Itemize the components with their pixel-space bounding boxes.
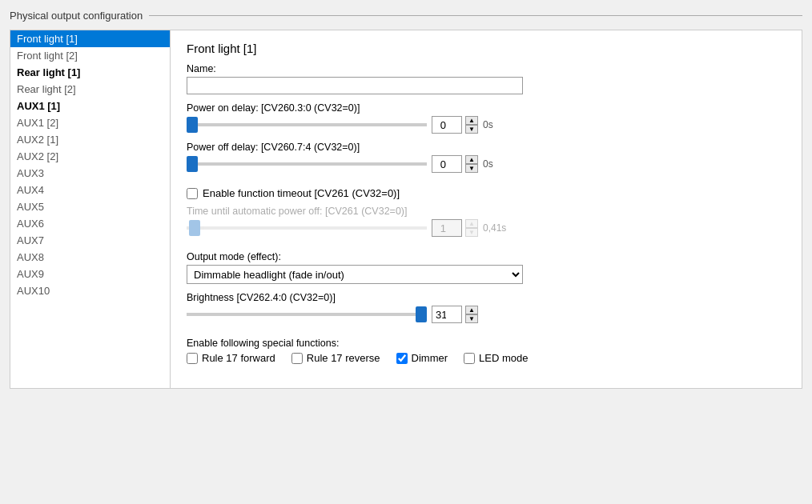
section-title: Physical output configuration: [10, 10, 802, 22]
power-on-spin-up[interactable]: ▲: [465, 116, 478, 125]
brightness-spinner-group: ▲ ▼: [432, 306, 478, 323]
name-label: Name:: [187, 63, 786, 74]
power-on-unit: 0s: [483, 119, 503, 130]
power-off-value[interactable]: [432, 155, 462, 173]
brightness-value[interactable]: [432, 306, 462, 323]
label-rule17-forward: Rule 17 forward: [202, 352, 275, 364]
checkbox-rule17-forward[interactable]: [187, 353, 198, 364]
list-item-front-light-1[interactable]: Front light [1]: [10, 30, 170, 47]
function-timeout-checkbox-row: Enable function timeout [CV261 (CV32=0)]: [187, 187, 786, 199]
list-item-aux3[interactable]: AUX3: [10, 165, 170, 182]
separator-2: [187, 245, 786, 251]
power-on-delay-group: Power on delay: [CV260.3:0 (CV32=0)] ▲ ▼…: [187, 102, 786, 134]
main-layout: Front light [1]Front light [2]Rear light…: [10, 30, 802, 389]
list-item-aux7[interactable]: AUX7: [10, 232, 170, 249]
auto-power-spin-up: ▲: [465, 219, 478, 228]
label-dimmer: Dimmer: [412, 352, 448, 364]
brightness-row: ▲ ▼: [187, 306, 587, 323]
special-function-rule17-reverse: Rule 17 reverse: [291, 352, 380, 364]
list-item-aux4[interactable]: AUX4: [10, 182, 170, 198]
power-off-delay-label: Power off delay: [CV260.7:4 (CV32=0)]: [187, 142, 786, 153]
auto-power-off-slider: [187, 226, 427, 230]
special-function-led-mode: LED mode: [464, 352, 528, 364]
brightness-label: Brightness [CV262.4:0 (CV32=0)]: [187, 292, 786, 303]
power-on-delay-slider[interactable]: [187, 123, 427, 126]
special-function-rule17-forward: Rule 17 forward: [187, 352, 275, 364]
list-item-rear-light-2[interactable]: Rear light [2]: [10, 81, 170, 98]
output-mode-select[interactable]: Dimmable headlight (fade in/out)Standard…: [187, 265, 523, 284]
list-item-aux6[interactable]: AUX6: [10, 215, 170, 232]
panel-title: Front light [1]: [187, 42, 786, 55]
label-led-mode: LED mode: [479, 352, 528, 364]
power-off-delay-slider[interactable]: [187, 162, 427, 166]
name-input[interactable]: [187, 77, 523, 94]
output-mode-group: Output mode (effect): Dimmable headlight…: [187, 251, 523, 284]
label-rule17-reverse: Rule 17 reverse: [307, 352, 380, 364]
power-off-unit: 0s: [483, 158, 503, 170]
list-item-aux1-2[interactable]: AUX1 [2]: [10, 114, 170, 131]
auto-power-off-value: [432, 219, 462, 237]
list-item-rear-light-1[interactable]: Rear light [1]: [10, 64, 170, 81]
power-on-delay-row: ▲ ▼ 0s: [187, 116, 587, 134]
power-on-spin-down[interactable]: ▼: [465, 125, 478, 134]
power-off-spinner-buttons: ▲ ▼: [465, 155, 478, 173]
auto-power-off-unit: 0,41s: [483, 222, 506, 234]
power-off-spin-up[interactable]: ▲: [465, 155, 478, 164]
auto-power-off-group: Time until automatic power off: [CV261 (…: [187, 206, 786, 237]
list-item-aux9[interactable]: AUX9: [10, 266, 170, 282]
list-item-aux5[interactable]: AUX5: [10, 198, 170, 215]
brightness-group: Brightness [CV262.4:0 (CV32=0)] ▲ ▼: [187, 292, 786, 323]
separator-1: [187, 181, 786, 187]
special-functions-row: Rule 17 forwardRule 17 reverseDimmerLED …: [187, 352, 786, 364]
list-item-aux2-1[interactable]: AUX2 [1]: [10, 131, 170, 148]
left-panel: Front light [1]Front light [2]Rear light…: [10, 30, 171, 388]
list-item-aux2-2[interactable]: AUX2 [2]: [10, 148, 170, 165]
power-off-delay-group: Power off delay: [CV260.7:4 (CV32=0)] ▲ …: [187, 142, 786, 173]
right-panel: Front light [1] Name: Power on delay: [C…: [171, 30, 802, 388]
list-item-front-light-2[interactable]: Front light [2]: [10, 47, 170, 64]
auto-power-off-spinner-buttons: ▲ ▼: [465, 219, 478, 237]
special-function-dimmer: Dimmer: [396, 352, 448, 364]
list-item-aux8[interactable]: AUX8: [10, 249, 170, 266]
power-off-delay-row: ▲ ▼ 0s: [187, 155, 587, 173]
auto-power-spin-down: ▼: [465, 228, 478, 237]
enable-timeout-label: Enable function timeout [CV261 (CV32=0)]: [203, 187, 400, 199]
auto-power-off-row: ▲ ▼ 0,41s: [187, 219, 587, 237]
auto-power-off-spinner-group: ▲ ▼: [432, 219, 478, 237]
checkbox-led-mode[interactable]: [464, 353, 475, 364]
brightness-spinner-buttons: ▲ ▼: [465, 306, 478, 323]
checkbox-dimmer[interactable]: [396, 353, 408, 364]
name-field-group: Name:: [187, 63, 786, 94]
brightness-spin-up[interactable]: ▲: [465, 306, 478, 314]
list-item-aux10[interactable]: AUX10: [10, 282, 170, 299]
power-on-value[interactable]: [432, 116, 462, 134]
brightness-spin-down[interactable]: ▼: [465, 314, 478, 323]
enable-timeout-checkbox[interactable]: [187, 188, 198, 199]
power-off-spinner-group: ▲ ▼: [432, 155, 478, 173]
list-item-aux1-1[interactable]: AUX1 [1]: [10, 98, 170, 114]
auto-power-off-label: Time until automatic power off: [CV261 (…: [187, 206, 786, 217]
output-mode-label: Output mode (effect):: [187, 251, 523, 262]
brightness-slider[interactable]: [187, 313, 427, 316]
special-functions-label: Enable following special functions:: [187, 338, 786, 349]
power-on-spinner-buttons: ▲ ▼: [465, 116, 478, 134]
power-on-delay-label: Power on delay: [CV260.3:0 (CV32=0)]: [187, 102, 786, 114]
power-off-spin-down[interactable]: ▼: [465, 164, 478, 173]
checkbox-rule17-reverse[interactable]: [291, 353, 303, 364]
special-functions-group: Enable following special functions: Rule…: [187, 338, 786, 364]
separator-3: [187, 331, 786, 338]
power-on-spinner-group: ▲ ▼: [432, 116, 478, 134]
